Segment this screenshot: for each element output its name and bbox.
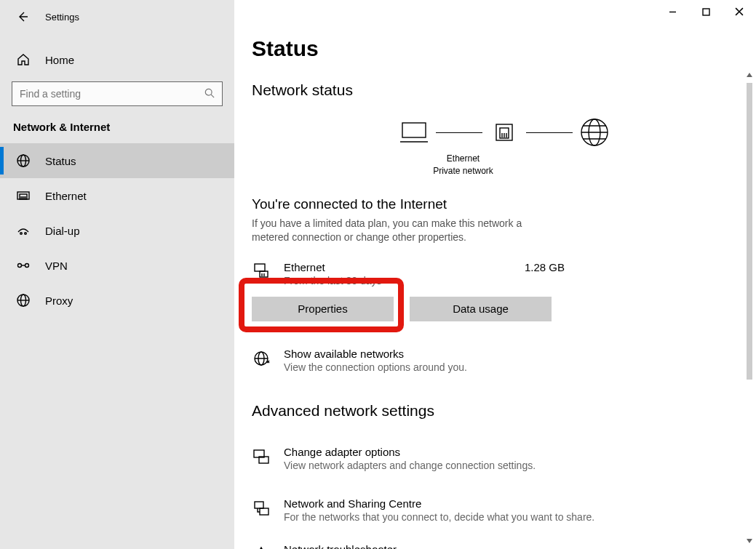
scroll-thumb[interactable] bbox=[747, 83, 752, 380]
proxy-icon bbox=[16, 293, 31, 308]
connection-sub: From the last 30 days bbox=[284, 275, 382, 286]
sidebar-item-vpn[interactable]: VPN bbox=[0, 248, 234, 283]
network-diagram: Ethernet Private network bbox=[252, 116, 756, 177]
ethernet-icon bbox=[16, 188, 31, 203]
search-input[interactable] bbox=[20, 88, 186, 100]
connection-usage: 1.28 GB bbox=[525, 261, 565, 273]
sidebar-item-home[interactable]: Home bbox=[0, 45, 234, 74]
app-title: Settings bbox=[45, 12, 79, 23]
link-title: Change adapter options bbox=[284, 446, 536, 458]
svg-rect-23 bbox=[255, 502, 263, 508]
link-adapter-options[interactable]: Change adapter options View network adap… bbox=[252, 446, 756, 471]
scrollbar[interactable] bbox=[744, 70, 755, 546]
link-title: Network and Sharing Centre bbox=[284, 497, 594, 510]
connected-text: If you have a limited data plan, you can… bbox=[252, 217, 528, 245]
connected-heading: You're connected to the Internet bbox=[252, 196, 756, 212]
svg-rect-11 bbox=[703, 9, 709, 15]
svg-point-0 bbox=[205, 89, 212, 95]
nav-label-status: Status bbox=[45, 155, 76, 167]
svg-point-7 bbox=[18, 264, 22, 268]
sidebar-item-status[interactable]: Status bbox=[0, 143, 234, 178]
connection-card: Ethernet From the last 30 days 1.28 GB bbox=[252, 261, 565, 286]
svg-point-8 bbox=[25, 264, 29, 268]
minimize-button[interactable] bbox=[656, 0, 689, 23]
home-icon bbox=[16, 52, 31, 67]
page-title: Status bbox=[252, 36, 756, 61]
svg-rect-12 bbox=[402, 123, 426, 137]
status-heading: Network status bbox=[252, 81, 756, 99]
maximize-button[interactable] bbox=[689, 0, 723, 23]
globe-small-icon bbox=[252, 349, 271, 368]
link-troubleshooter[interactable]: Network troubleshooter Diagnose and fix … bbox=[252, 543, 756, 549]
link-subtitle: View the connection options around you. bbox=[284, 361, 467, 373]
home-label: Home bbox=[45, 54, 74, 66]
link-subtitle: For the networks that you connect to, de… bbox=[284, 511, 594, 523]
back-button[interactable] bbox=[16, 10, 29, 23]
ethernet-card-icon bbox=[252, 261, 271, 280]
globe-icon bbox=[578, 116, 610, 148]
sidebar-item-dialup[interactable]: Dial-up bbox=[0, 213, 234, 248]
link-subtitle: View network adapters and change connect… bbox=[284, 460, 536, 471]
diagram-conn-type: Private network bbox=[433, 165, 493, 177]
advanced-heading: Advanced network settings bbox=[252, 402, 756, 420]
status-icon bbox=[16, 153, 31, 168]
dialup-icon bbox=[16, 223, 31, 238]
link-available-networks[interactable]: Show available networks View the connect… bbox=[252, 348, 756, 373]
scroll-up-icon[interactable] bbox=[744, 70, 755, 80]
scroll-down-icon[interactable] bbox=[744, 536, 755, 546]
diagram-conn-name: Ethernet bbox=[433, 153, 493, 165]
properties-button[interactable]: Properties bbox=[252, 297, 394, 321]
sidebar-item-ethernet[interactable]: Ethernet bbox=[0, 178, 234, 213]
connector-line bbox=[526, 132, 573, 133]
link-title: Network troubleshooter bbox=[284, 543, 446, 549]
connector-line bbox=[436, 132, 482, 133]
svg-point-6 bbox=[25, 233, 27, 235]
ethernet-port-icon bbox=[488, 116, 520, 148]
svg-point-5 bbox=[20, 233, 23, 235]
link-title: Show available networks bbox=[284, 348, 467, 360]
nav-label-vpn: VPN bbox=[45, 260, 68, 272]
nav-label-ethernet: Ethernet bbox=[45, 190, 87, 202]
nav-label-proxy: Proxy bbox=[45, 294, 73, 307]
nav-label-dialup: Dial-up bbox=[45, 225, 80, 237]
connection-name: Ethernet bbox=[284, 261, 382, 273]
svg-rect-17 bbox=[255, 264, 265, 271]
sidebar: Settings Home Network & Internet Status bbox=[0, 0, 234, 549]
sidebar-item-proxy[interactable]: Proxy bbox=[0, 283, 234, 318]
vpn-icon bbox=[16, 258, 31, 273]
data-usage-button[interactable]: Data usage bbox=[410, 297, 552, 321]
sidebar-section-title: Network & Internet bbox=[0, 106, 234, 143]
search-icon bbox=[204, 88, 215, 100]
content-area: Status Network status Ethernet Private n… bbox=[234, 0, 756, 549]
close-button[interactable] bbox=[723, 0, 756, 23]
warning-icon bbox=[252, 545, 271, 549]
computer-icon bbox=[398, 116, 430, 148]
adapter-icon bbox=[252, 447, 271, 466]
link-sharing-centre[interactable]: Network and Sharing Centre For the netwo… bbox=[252, 497, 756, 523]
sharing-icon bbox=[252, 499, 271, 518]
search-box[interactable] bbox=[12, 81, 223, 106]
svg-rect-24 bbox=[260, 508, 268, 515]
